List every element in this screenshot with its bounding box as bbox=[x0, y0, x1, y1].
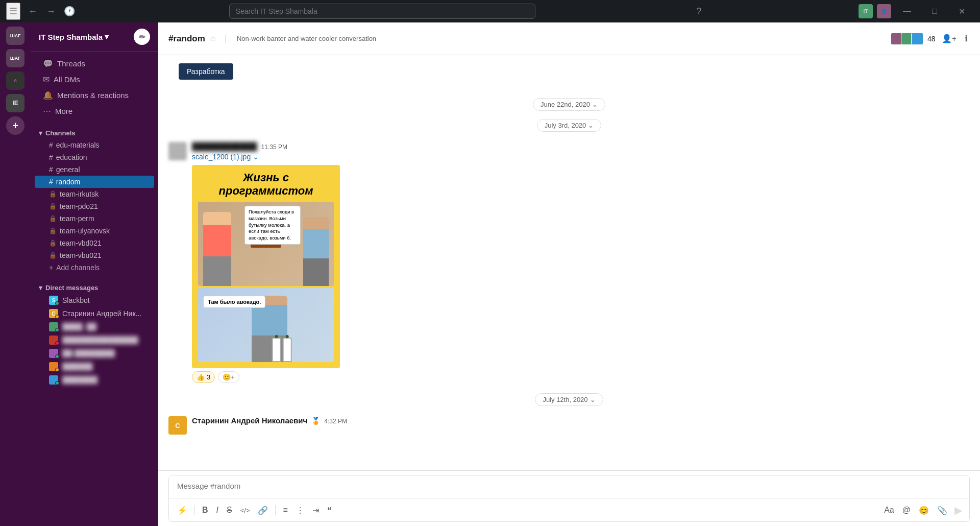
menu-button[interactable]: ☰ bbox=[6, 3, 20, 20]
status-indicator bbox=[55, 301, 59, 305]
dm-staranin[interactable]: С Старинин Андрей Ник... bbox=[35, 307, 154, 320]
channel-item-team-vbd021[interactable]: 🔒 team-vbd021 bbox=[35, 237, 154, 249]
quote-button[interactable]: ❝ bbox=[324, 504, 335, 517]
message-time-2: 4:32 PM bbox=[324, 418, 347, 425]
dm-avatar-5 bbox=[49, 349, 58, 358]
maximize-button[interactable]: □ bbox=[923, 0, 946, 22]
message-input-area: ⚡ B I S </> 🔗 ≡ ⋮ ⇥ ❝ Aa @ 😊 bbox=[158, 470, 980, 526]
message-content: ████████████ 11:35 PM scale_1200 (1).jpg… bbox=[192, 142, 970, 383]
numbered-list-button[interactable]: ⋮ bbox=[293, 504, 307, 517]
dm-item-6[interactable]: ██████ bbox=[35, 360, 154, 373]
sidebar-item-all-dms[interactable]: ✉ All DMs bbox=[35, 71, 154, 87]
workspace-icon-2[interactable]: ШАГ bbox=[6, 49, 24, 67]
bottle-2 bbox=[283, 338, 292, 362]
message-toolbar: ⚡ B I S </> 🔗 ≡ ⋮ ⇥ ❝ Aa @ 😊 bbox=[169, 498, 969, 521]
dm-item-7[interactable]: ███████ bbox=[35, 373, 154, 387]
lock-icon: 🔒 bbox=[49, 227, 57, 234]
threads-icon: 💬 bbox=[43, 59, 53, 68]
channel-item-edu-materials[interactable]: # edu-materials bbox=[35, 139, 154, 151]
add-channels-button[interactable]: + Add channels bbox=[35, 261, 154, 274]
sidebar-item-threads[interactable]: 💬 Threads bbox=[35, 56, 154, 71]
channels-section: ▾ Channels # edu-materials # education #… bbox=[31, 123, 158, 278]
strikethrough-button[interactable]: S bbox=[224, 504, 235, 517]
send-button[interactable]: ▶ bbox=[952, 502, 964, 518]
add-reaction-icon: 🙂+ bbox=[223, 373, 235, 381]
dm-slackbot[interactable]: S Slackbot bbox=[35, 294, 154, 307]
link-button[interactable]: 🔗 bbox=[255, 504, 271, 517]
indent-button[interactable]: ⇥ bbox=[309, 504, 322, 517]
compose-button[interactable]: ✏ bbox=[134, 29, 150, 45]
main-content: #random ☆ | Non-work banter and water co… bbox=[158, 22, 980, 526]
channel-item-team-perm[interactable]: 🔒 team-perm bbox=[35, 212, 154, 225]
slackbot-avatar: S bbox=[49, 296, 58, 305]
person-left bbox=[203, 212, 231, 286]
date-pill-june22[interactable]: June 22nd, 2020 ⌄ bbox=[533, 98, 605, 111]
add-member-button[interactable]: 👤+ bbox=[940, 32, 959, 45]
dm-avatar-4 bbox=[49, 336, 58, 345]
bullet-list-button[interactable]: ≡ bbox=[280, 504, 290, 517]
search-input[interactable] bbox=[229, 4, 535, 19]
channel-name: team-vbd021 bbox=[60, 239, 102, 247]
channel-item-team-ulyanovsk[interactable]: 🔒 team-ulyanovsk bbox=[35, 225, 154, 237]
bold-button[interactable]: B bbox=[199, 504, 211, 517]
date-pill-july12[interactable]: July 12th, 2020 ⌄ bbox=[535, 393, 603, 406]
message-content-2: Старинин Андрей Николаевич 🏅 4:32 PM bbox=[192, 416, 970, 435]
workspace-icon-main[interactable]: ШАГ bbox=[6, 27, 24, 45]
messages-area: Разработка June 22nd, 2020 ⌄ July 3rd, 2… bbox=[158, 55, 980, 470]
sidebar-item-mentions[interactable]: 🔔 Mentions & reactions bbox=[35, 87, 154, 103]
italic-button[interactable]: I bbox=[213, 504, 222, 517]
chevron-icon: ⌄ bbox=[592, 101, 598, 108]
more-label: More bbox=[55, 107, 72, 115]
channel-item-team-vbu021[interactable]: 🔒 team-vbu021 bbox=[35, 249, 154, 261]
reaction-emoji: 👍 bbox=[197, 373, 205, 381]
channel-item-education[interactable]: # education bbox=[35, 151, 154, 163]
reaction-thumbsup[interactable]: 👍 3 bbox=[192, 371, 215, 383]
dm-item-5[interactable]: ██ ████████ bbox=[35, 347, 154, 360]
workspace-icon-3[interactable]: Λ bbox=[6, 71, 24, 90]
add-workspace-button[interactable]: + bbox=[6, 116, 24, 135]
date-pill-july3[interactable]: July 3rd, 2020 ⌄ bbox=[537, 119, 602, 132]
speech-bubble-top: Пожалуйста сходи в магазин. Возьми бутыл… bbox=[244, 206, 301, 245]
message-file[interactable]: scale_1200 (1).jpg ⌄ bbox=[192, 153, 970, 161]
chevron-icon: ⌄ bbox=[588, 122, 594, 129]
dm-item-4[interactable]: ███████████████ bbox=[35, 333, 154, 347]
sidebar: IT Step Shambala ▾ ✏ 💬 Threads ✉ All DMs… bbox=[31, 22, 158, 526]
font-button[interactable]: Aa bbox=[881, 504, 897, 517]
workspace-icon-4[interactable]: IE bbox=[6, 94, 24, 112]
workspace-title[interactable]: IT Step Shambala ▾ bbox=[39, 32, 109, 41]
channel-item-random[interactable]: # random bbox=[35, 176, 154, 188]
dm-item-3[interactable]: ████, ██ bbox=[35, 320, 154, 333]
channel-item-team-irkutsk[interactable]: 🔒 team-irkutsk bbox=[35, 188, 154, 200]
code-button[interactable]: </> bbox=[237, 505, 253, 516]
sidebar-item-more[interactable]: ⋯ More bbox=[35, 103, 154, 119]
dropdown-icon: ⌄ bbox=[253, 153, 259, 161]
channel-name: team-ulyanovsk bbox=[60, 227, 110, 235]
message-avatar-2: С bbox=[168, 416, 187, 435]
add-reaction-button[interactable]: 🙂+ bbox=[218, 371, 239, 383]
forward-button[interactable]: → bbox=[43, 3, 59, 19]
back-button[interactable]: ← bbox=[24, 3, 41, 19]
chevron-icon: ⌄ bbox=[590, 396, 596, 403]
dm-header[interactable]: ▾ Direct messages bbox=[31, 282, 158, 294]
search-container bbox=[229, 4, 535, 19]
close-button[interactable]: ✕ bbox=[950, 0, 974, 22]
member-avatars bbox=[891, 33, 923, 45]
channel-item-team-pdo21[interactable]: 🔒 team-pdo21 bbox=[35, 200, 154, 212]
lock-icon: 🔒 bbox=[49, 252, 57, 259]
lock-icon: 🔒 bbox=[49, 240, 57, 247]
more-icon: ⋯ bbox=[43, 106, 51, 116]
lightning-button[interactable]: ⚡ bbox=[174, 504, 190, 517]
attach-button[interactable]: 📎 bbox=[934, 504, 950, 517]
bottle-1 bbox=[272, 338, 281, 362]
mention-button[interactable]: @ bbox=[899, 504, 914, 517]
message-input[interactable] bbox=[169, 475, 969, 496]
channels-header[interactable]: ▾ Channels bbox=[31, 127, 158, 139]
history-button[interactable]: 🕐 bbox=[61, 3, 78, 19]
info-button[interactable]: ℹ bbox=[963, 32, 970, 45]
star-icon[interactable]: ☆ bbox=[209, 34, 216, 43]
minimize-button[interactable]: — bbox=[895, 0, 919, 22]
channel-item-general[interactable]: # general bbox=[35, 163, 154, 176]
emoji-button[interactable]: 😊 bbox=[916, 504, 932, 517]
mentions-icon: 🔔 bbox=[43, 90, 53, 100]
help-button[interactable]: ? bbox=[691, 3, 707, 19]
